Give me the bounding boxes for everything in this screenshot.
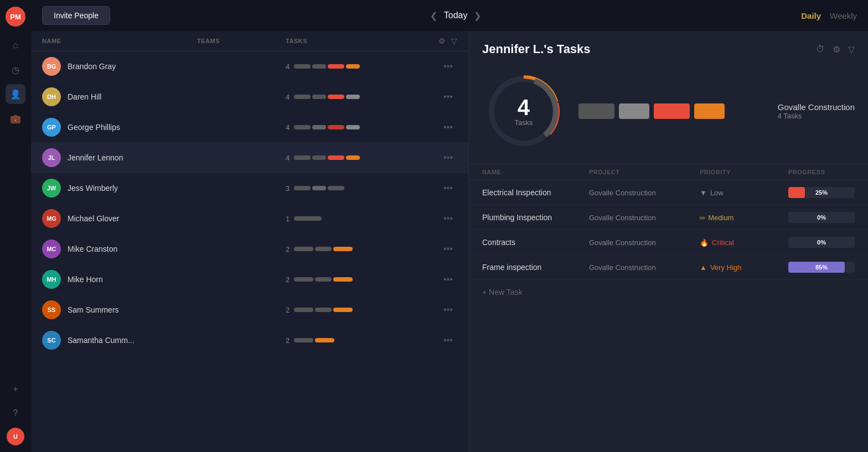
new-task-button[interactable]: + New Task xyxy=(469,280,868,304)
avatar: BG xyxy=(42,57,61,76)
task-bar xyxy=(294,155,311,160)
progress-bar: 85% xyxy=(788,262,855,273)
more-options-button[interactable]: ••• xyxy=(439,242,457,256)
sidebar-item-add[interactable]: ＋ xyxy=(6,379,25,399)
task-col-name: NAME xyxy=(482,169,589,175)
settings-icon[interactable]: ⚙ xyxy=(833,44,840,55)
person-row[interactable]: MC Mike Cranston 2 ••• xyxy=(31,234,468,264)
person-row[interactable]: JL Jennifer Lennon 4 ••• xyxy=(31,143,468,173)
task-row[interactable]: Contracts Govalle Construction 🔥 Critica… xyxy=(469,230,868,255)
task-bars xyxy=(294,186,344,190)
priority-badge: ═ Medium xyxy=(700,214,788,222)
person-task-count: 4 xyxy=(286,93,290,101)
task-row[interactable]: Plumbing Inspection Govalle Construction… xyxy=(469,205,868,230)
task-bar xyxy=(328,186,344,190)
filter-icon[interactable]: ▽ xyxy=(451,37,457,45)
task-name: Frame inspection xyxy=(482,263,589,272)
task-table-header: NAME PROJECT PRIORITY PROGRESS xyxy=(469,164,868,180)
more-options-button[interactable]: ••• xyxy=(439,120,457,134)
progress-text: 85% xyxy=(815,264,828,271)
person-row[interactable]: SS Sam Summers 2 ••• xyxy=(31,295,468,325)
priority-icon: ═ xyxy=(700,214,705,222)
task-col-progress: PROGRESS xyxy=(788,169,855,175)
people-panel: NAME TEAMS TASKS ⚙ ▽ BG Brandon Gray 4 •… xyxy=(31,31,468,452)
task-bar xyxy=(294,308,313,312)
invite-people-button[interactable]: Invite People xyxy=(42,6,110,25)
task-bar xyxy=(333,277,353,282)
task-name: Electrical Inspection xyxy=(482,188,589,197)
user-avatar[interactable]: U xyxy=(7,428,24,445)
sidebar-item-portfolio[interactable]: 💼 xyxy=(6,108,25,128)
task-bar xyxy=(294,216,322,221)
progress-text: 25% xyxy=(815,189,828,196)
prev-date-button[interactable]: ❮ xyxy=(430,11,437,21)
person-name: JW Jess Wimberly xyxy=(42,179,197,198)
person-task-count: 4 xyxy=(286,123,290,132)
col-teams: TEAMS xyxy=(197,38,286,44)
task-bar xyxy=(346,155,360,160)
person-row[interactable]: MH Mike Horn 2 ••• xyxy=(31,264,468,295)
task-project: Govalle Construction xyxy=(589,214,700,222)
person-row[interactable]: SC Samantha Cumm... 2 ••• xyxy=(31,325,468,356)
person-row[interactable]: JW Jess Wimberly 3 ••• xyxy=(31,173,468,204)
more-options-button[interactable]: ••• xyxy=(439,150,457,165)
next-date-button[interactable]: ❯ xyxy=(474,11,481,21)
person-name: BG Brandon Gray xyxy=(42,57,197,76)
avatar: MG xyxy=(42,209,61,228)
date-navigation: ❮ Today ❯ xyxy=(430,11,482,21)
app-logo: PM xyxy=(6,7,25,27)
task-bar xyxy=(333,247,353,251)
person-row[interactable]: GP George Phillips 4 ••• xyxy=(31,112,468,143)
task-row[interactable]: Electrical Inspection Govalle Constructi… xyxy=(469,180,868,205)
task-bar xyxy=(294,338,313,342)
task-bar xyxy=(294,64,311,69)
more-options-button[interactable]: ••• xyxy=(439,272,457,287)
task-bar xyxy=(346,64,360,69)
donut-center: 4 Tasks xyxy=(514,96,533,127)
priority-badge: ▼ Low xyxy=(700,189,788,197)
weekly-view-button[interactable]: Weekly xyxy=(830,11,857,20)
table-header: NAME TEAMS TASKS ⚙ ▽ xyxy=(31,31,468,51)
person-name: GP George Phillips xyxy=(42,118,197,137)
more-options-button[interactable]: ••• xyxy=(439,333,457,347)
task-summary: 4 Tasks Govalle Construction 4 Tasks xyxy=(469,63,868,164)
task-bar xyxy=(315,277,332,282)
task-count-number: 4 xyxy=(514,96,533,118)
current-date: Today xyxy=(444,11,468,20)
sidebar-item-home[interactable]: ⌂ xyxy=(6,35,25,55)
more-options-button[interactable]: ••• xyxy=(439,59,457,74)
person-task-count: 4 xyxy=(286,63,290,71)
avatar: JL xyxy=(42,148,61,167)
filter-icon[interactable]: ▽ xyxy=(848,44,855,55)
task-bars xyxy=(294,308,353,312)
task-bar xyxy=(312,186,326,190)
clock-icon[interactable]: ⏱ xyxy=(816,44,825,55)
avatar: MC xyxy=(42,240,61,258)
priority-icon: 🔥 xyxy=(700,238,709,247)
task-row[interactable]: Frame inspection Govalle Construction ▲ … xyxy=(469,255,868,280)
more-options-button[interactable]: ••• xyxy=(439,181,457,195)
more-options-button[interactable]: ••• xyxy=(439,211,457,226)
task-bar xyxy=(294,186,311,190)
more-options-button[interactable]: ••• xyxy=(439,90,457,104)
task-panel-header: Jennifer L.'s Tasks ⏱ ⚙ ▽ xyxy=(469,31,868,63)
priority-badge: ▲ Very High xyxy=(700,263,788,272)
sidebar-item-help[interactable]: ? xyxy=(6,403,25,423)
person-row[interactable]: DH Daren Hill 4 ••• xyxy=(31,82,468,112)
task-bars xyxy=(294,95,360,99)
person-row[interactable]: MG Michael Glover 1 ••• xyxy=(31,204,468,234)
task-bar xyxy=(333,308,353,312)
priority-icon: ▼ xyxy=(700,189,707,197)
more-options-button[interactable]: ••• xyxy=(439,303,457,317)
task-name: Contracts xyxy=(482,238,589,247)
settings-icon[interactable]: ⚙ xyxy=(438,37,446,45)
task-bar xyxy=(315,308,332,312)
person-row[interactable]: BG Brandon Gray 4 ••• xyxy=(31,51,468,82)
person-task-count: 2 xyxy=(286,336,290,345)
priority-label: Medium xyxy=(708,214,733,222)
task-bar xyxy=(294,95,311,99)
daily-view-button[interactable]: Daily xyxy=(801,11,821,20)
sidebar-item-people[interactable]: 👤 xyxy=(6,84,25,104)
donut-chart: 4 Tasks xyxy=(482,70,565,153)
sidebar-item-history[interactable]: ◷ xyxy=(6,60,25,80)
